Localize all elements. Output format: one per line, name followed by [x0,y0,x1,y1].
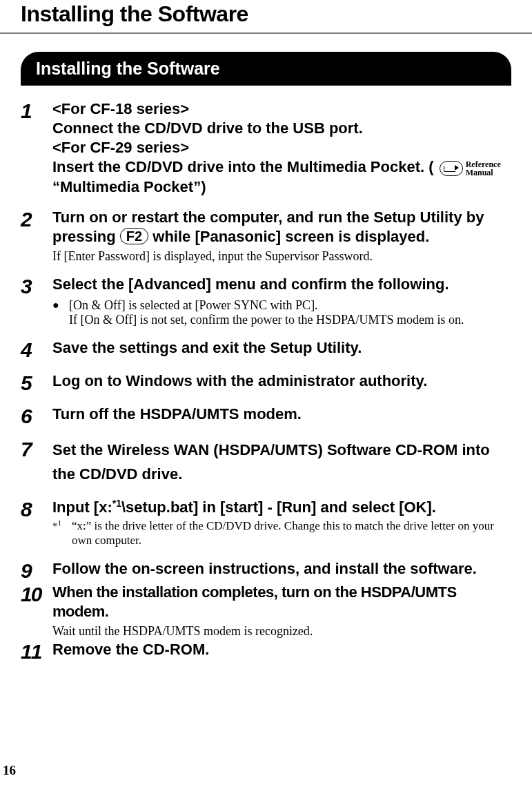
step-8: 8 Input [x:*1\setup.bat] in [start] - [R… [21,498,511,548]
step-body: <For CF-18 series> Connect the CD/DVD dr… [52,99,511,197]
step-2: 2 Turn on or restart the computer, and r… [21,208,511,264]
step-3: 3 Select the [Advanced] menu and confirm… [21,275,511,327]
step-7: 7 Set the Wireless WAN (HSDPA/UMTS) Soft… [21,438,511,486]
step-body: Log on to Windows with the administrator… [52,371,511,394]
step-number: 2 [21,208,52,264]
reference-manual-label: ReferenceManual [466,160,501,177]
step-1: 1 <For CF-18 series> Connect the CD/DVD … [21,99,511,197]
step-number: 3 [21,275,52,327]
step-number: 9 [21,559,52,581]
step-head: Turn off the HSDPA/UMTS modem. [52,405,511,424]
step-head: Select the [Advanced] menu and confirm t… [52,275,511,294]
step-head-suffix: \setup.bat] in [start] - [Run] and selec… [121,498,436,516]
section-heading: Installing the Software [21,52,511,86]
step-head-line: “Multimedia Pocket”) [52,178,206,195]
bullet-row: ● [On & Off] is selected at [Power SYNC … [52,298,511,327]
footnote-text: “x:” is the drive letter of the CD/DVD d… [72,519,511,548]
step-4: 4 Save the settings and exit the Setup U… [21,338,511,360]
step-head-line: Insert the CD/DVD drive into the Multime… [52,158,434,175]
step-11: 11 Remove the CD-ROM. [21,640,511,662]
f2-key-icon: F2 [120,228,148,244]
step-note: If [Enter Password] is displayed, input … [52,249,511,264]
step-head-line: <For CF-18 series> [52,100,189,117]
step-body: Remove the CD-ROM. [52,640,511,662]
bullet-icon: ● [52,298,69,327]
step-body: Follow the on-screen instructions, and i… [52,559,511,581]
step-9: 9 Follow the on-screen instructions, and… [21,559,511,581]
step-head: Follow the on-screen instructions, and i… [52,559,511,579]
page: Installing the Software Installing the S… [0,0,532,785]
footnote-mark: *1 [52,519,72,548]
step-6: 6 Turn off the HSDPA/UMTS modem. [21,405,511,427]
bullet-line: [On & Off] is selected at [Power SYNC wi… [69,298,318,312]
reference-manual-badge: ReferenceManual [440,160,501,177]
step-head: Input [x:*1\setup.bat] in [start] - [Run… [52,498,511,517]
step-head: <For CF-18 series> Connect the CD/DVD dr… [52,99,511,197]
hand-pointer-icon [440,161,463,176]
step-number: 11 [21,640,52,662]
step-body: Select the [Advanced] menu and confirm t… [52,275,511,327]
step-head: Save the settings and exit the Setup Uti… [52,338,511,358]
step-number: 5 [21,371,52,394]
step-head-line: Connect the CD/DVD drive to the USB port… [52,119,363,137]
step-head-line: <For CF-29 series> [52,139,189,156]
step-number: 6 [21,405,52,427]
page-number: 16 [3,763,16,778]
step-note: Wait until the HSDPA/UMTS modem is recog… [52,624,511,639]
step-body: Save the settings and exit the Setup Uti… [52,338,511,360]
step-number: 10 [21,583,52,639]
step-body: Turn on or restart the computer, and run… [52,208,511,264]
footnote-marker: *1 [112,498,121,509]
step-head-prefix: Input [x: [52,498,112,516]
step-5: 5 Log on to Windows with the administrat… [21,371,511,394]
page-title: Installing the Software [21,0,511,32]
step-number: 4 [21,338,52,360]
step-head-suffix: while [Panasonic] screen is displayed. [152,228,429,245]
step-body: Input [x:*1\setup.bat] in [start] - [Run… [52,498,511,548]
footnote-row: *1 “x:” is the drive letter of the CD/DV… [52,519,511,548]
step-head: Log on to Windows with the administrator… [52,371,511,391]
step-number: 1 [21,99,52,197]
steps-list: 1 <For CF-18 series> Connect the CD/DVD … [21,99,511,662]
step-10: 10 When the installation completes, turn… [21,583,511,639]
step-head: When the installation completes, turn on… [52,583,511,621]
bullet-line: If [On & Off] is not set, confirm the po… [69,313,464,327]
horizontal-rule [0,32,532,34]
step-number: 8 [21,498,52,548]
step-number: 7 [21,438,52,486]
step-head: Set the Wireless WAN (HSDPA/UMTS) Softwa… [52,438,511,486]
step-head: Turn on or restart the computer, and run… [52,208,511,246]
step-body: Set the Wireless WAN (HSDPA/UMTS) Softwa… [52,438,511,486]
step-head: Remove the CD-ROM. [52,640,511,659]
bullet-text: [On & Off] is selected at [Power SYNC wi… [69,298,511,327]
step-body: When the installation completes, turn on… [52,583,511,639]
step-body: Turn off the HSDPA/UMTS modem. [52,405,511,427]
